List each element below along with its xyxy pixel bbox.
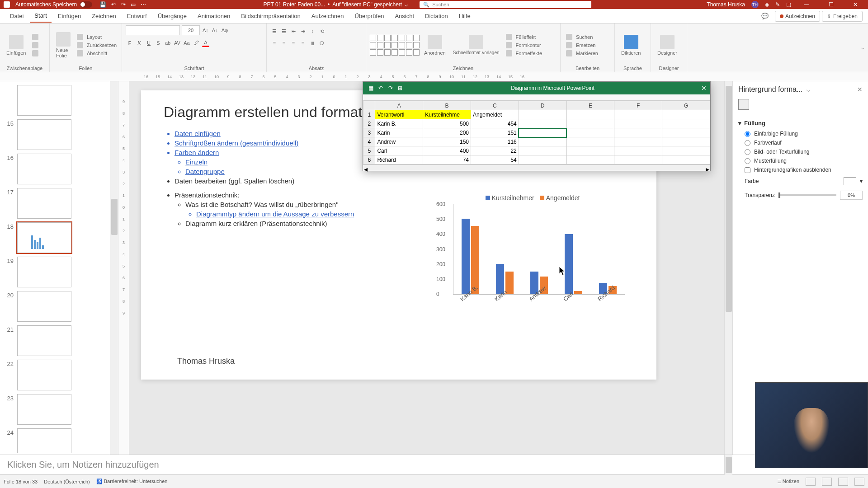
excel-cell[interactable] [614, 146, 662, 155]
thumbnail[interactable] [17, 291, 71, 322]
excel-cell[interactable] [519, 119, 566, 128]
sorter-view-button[interactable] [822, 478, 832, 486]
reset-button[interactable]: Zurücksetzen [75, 42, 120, 49]
text-direction-button[interactable]: ⟲ [318, 27, 326, 35]
tab-start[interactable]: Start [30, 9, 51, 23]
font-color-button[interactable]: A [202, 39, 210, 47]
thumbnail[interactable] [17, 222, 71, 253]
pane-dropdown-icon[interactable]: ⌵ [806, 85, 811, 94]
select-button[interactable]: Markieren [564, 50, 602, 57]
excel-cell[interactable] [662, 119, 710, 128]
dictate-button[interactable]: Diktieren [618, 34, 643, 56]
thumbnail[interactable] [17, 85, 71, 116]
tab-dictation[interactable]: Dictation [420, 10, 453, 22]
excel-cell[interactable] [614, 155, 662, 164]
excel-cell[interactable]: 22 [471, 146, 519, 155]
color-dropdown-icon[interactable]: ▾ [860, 178, 863, 184]
tab-bildschirm[interactable]: Bildschirmpräsentation [236, 10, 305, 22]
more-icon[interactable]: ⋯ [141, 1, 146, 8]
align-right-button[interactable]: ≡ [289, 39, 297, 47]
close-button[interactable]: ✕ [846, 0, 864, 9]
record-button[interactable]: Aufzeichnen [775, 11, 820, 22]
window-icon[interactable]: ▢ [786, 1, 791, 8]
new-slide-button[interactable]: Neue Folie [53, 31, 73, 59]
layout-button[interactable]: Layout [75, 33, 120, 41]
save-icon[interactable]: 💾 [99, 1, 106, 8]
excel-cell[interactable] [566, 128, 614, 137]
fill-section-header[interactable]: ▾Füllung [738, 120, 863, 127]
excel-cell[interactable] [662, 110, 710, 119]
thumbnail-row[interactable]: 24 [3, 427, 118, 453]
thumbnail[interactable] [17, 188, 71, 219]
excel-cell[interactable] [614, 119, 662, 128]
excel-cell[interactable]: 500 [423, 119, 471, 128]
excel-redo-icon[interactable]: ↷ [388, 85, 393, 91]
notes-pane[interactable]: Klicken Sie, um Notizen hinzuzufügen [0, 455, 868, 474]
author-name[interactable]: Thomas Hruska [177, 357, 235, 366]
thumbnail[interactable] [17, 428, 71, 453]
thumbnail-scrollbar[interactable] [110, 81, 118, 455]
shapes-gallery[interactable] [370, 35, 420, 56]
autosave-toggle[interactable]: Automatisches Speichern [15, 1, 92, 8]
excel-col-header[interactable]: C [471, 101, 519, 110]
clear-format-icon[interactable]: Aφ [221, 27, 229, 34]
excel-h-scrollbar[interactable]: ◂ ▸ [363, 164, 710, 171]
excel-grid[interactable]: ABCDEFG1VerantwortlKursteilnehmeAngemeld… [363, 101, 710, 164]
numbering-button[interactable]: ☰ [280, 27, 288, 35]
shape-outline-button[interactable]: Formkontur [504, 42, 546, 49]
excel-titlebar[interactable]: ▦ ↶ ↷ ⊞ Diagramm in Microsoft PowerPoint… [363, 82, 710, 94]
find-button[interactable]: Suchen [564, 33, 602, 41]
excel-col-header[interactable] [363, 101, 375, 110]
grow-font-icon[interactable]: A↑ [202, 27, 209, 34]
fill-tab-icon[interactable] [738, 99, 749, 110]
font-size-select[interactable]: 20 [182, 25, 200, 35]
picture-fill-radio[interactable]: Bild- oder Texturfüllung [738, 147, 863, 156]
diamond-icon[interactable]: ◈ [765, 1, 769, 8]
solid-fill-radio[interactable]: Einfarbige Füllung [738, 129, 863, 138]
gradient-fill-radio[interactable]: Farbverlauf [738, 138, 863, 147]
excel-row-header[interactable]: 3 [363, 128, 375, 137]
paste-button[interactable]: Einfügen [4, 34, 28, 56]
excel-cell[interactable]: Andrew [375, 137, 423, 146]
excel-cell[interactable] [662, 128, 710, 137]
chart[interactable]: KursteilnehmerAngemeldet 010020030040050… [435, 194, 625, 325]
excel-cell[interactable] [614, 137, 662, 146]
excel-col-header[interactable]: A [375, 101, 423, 110]
share-button[interactable]: ⇪Freigeben [822, 11, 863, 22]
excel-cell[interactable]: Karin [375, 128, 423, 137]
thumbnail[interactable] [17, 394, 71, 425]
excel-cell[interactable] [662, 155, 710, 164]
replace-button[interactable]: Ersetzen [564, 42, 602, 49]
tab-einfuegen[interactable]: Einfügen [53, 10, 85, 22]
smartart-button[interactable]: ⬡ [318, 39, 326, 47]
thumbnail[interactable] [17, 257, 71, 287]
excel-cell[interactable] [566, 110, 614, 119]
case-button[interactable]: Aa [183, 39, 191, 47]
pattern-fill-radio[interactable]: Musterfüllung [738, 156, 863, 165]
comments-icon[interactable]: 💬 [761, 13, 769, 19]
excel-cell[interactable] [519, 146, 566, 155]
tab-entwurf[interactable]: Entwurf [123, 10, 151, 22]
chart-data-editor[interactable]: ▦ ↶ ↷ ⊞ Diagramm in Microsoft PowerPoint… [363, 81, 711, 171]
excel-cell[interactable]: 116 [471, 137, 519, 146]
excel-cell[interactable] [614, 128, 662, 137]
format-painter-button[interactable] [30, 50, 40, 57]
tab-aufzeichnen[interactable]: Aufzeichnen [307, 10, 349, 22]
excel-cell[interactable]: Carl [375, 146, 423, 155]
excel-col-header[interactable]: G [662, 101, 710, 110]
excel-cell[interactable]: 54 [471, 155, 519, 164]
color-picker[interactable] [844, 177, 856, 185]
excel-cell[interactable] [566, 155, 614, 164]
strike-button[interactable]: S [154, 39, 162, 47]
thumbnail-row[interactable]: 16 [3, 152, 118, 186]
notes-placeholder[interactable]: Klicken Sie, um Notizen hinzuzufügen [7, 460, 159, 470]
align-center-button[interactable]: ≡ [280, 39, 288, 47]
excel-col-header[interactable]: B [423, 101, 471, 110]
excel-row-header[interactable]: 1 [363, 110, 375, 119]
user-avatar[interactable]: TH [751, 1, 759, 8]
thumbnail[interactable] [17, 325, 71, 356]
excel-cell[interactable]: 454 [471, 119, 519, 128]
thumbnail-row[interactable]: 21 [3, 324, 118, 358]
excel-cell[interactable] [566, 137, 614, 146]
thumbnail[interactable] [17, 154, 71, 184]
